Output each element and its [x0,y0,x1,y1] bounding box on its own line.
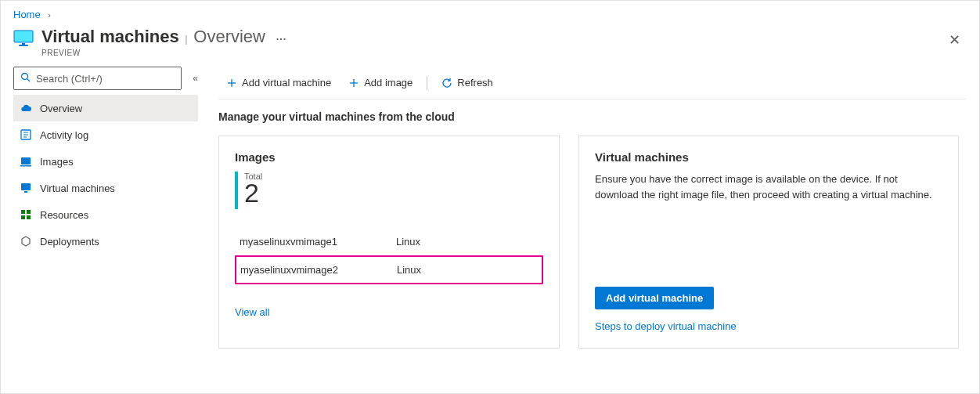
log-icon [20,128,32,141]
sidebar-item-resources[interactable]: Resources [13,201,198,228]
toolbar-separator [427,76,427,90]
images-card-heading: Images [235,150,543,164]
images-card: Images Total 2 myaselinuxvmimage1 Linux … [218,136,560,349]
svg-rect-15 [21,215,25,219]
resources-icon [20,208,32,221]
svg-rect-9 [21,157,31,164]
svg-rect-12 [24,191,27,193]
sidebar-item-label: Overview [40,103,82,114]
steps-to-deploy-link[interactable]: Steps to deploy virtual machine [595,320,942,332]
svg-rect-11 [21,183,31,190]
search-box[interactable] [13,67,182,90]
vm-icon [20,182,32,194]
svg-rect-1 [22,43,25,45]
svg-rect-2 [19,45,28,46]
breadcrumb-home[interactable]: Home [13,9,41,20]
image-row[interactable]: myaselinuxvmimage2 Linux [235,255,543,284]
sidebar-item-images[interactable]: Images [13,148,198,175]
sidebar-item-label: Virtual machines [40,183,115,194]
plus-icon [226,78,237,89]
vm-card-description: Ensure you have the correct image is ava… [595,172,942,202]
image-name: myaselinuxvmimage2 [240,264,397,276]
sidebar-item-label: Images [40,156,74,168]
search-icon [20,72,31,85]
image-name: myaselinuxvmimage1 [240,236,396,248]
image-row[interactable]: myaselinuxvmimage1 Linux [235,228,543,256]
toolbar-label: Add image [364,77,413,89]
sidebar-item-virtual-machines[interactable]: Virtual machines [13,175,198,201]
search-input[interactable] [36,73,175,85]
view-all-link[interactable]: View all [235,306,270,318]
refresh-button[interactable]: Refresh [434,72,501,93]
virtual-machine-icon [13,30,34,47]
cloud-icon [20,102,32,114]
toolbar-label: Refresh [457,77,493,89]
svg-point-3 [22,73,28,79]
sidebar-item-deployments[interactable]: Deployments [13,228,198,255]
deployments-icon [20,235,32,248]
total-accent-bar [235,172,238,209]
sidebar-item-label: Deployments [40,236,99,248]
svg-rect-10 [20,165,31,167]
virtual-machines-card: Virtual machines Ensure you have the cor… [578,136,959,349]
page-title: Virtual machines [41,27,179,46]
add-virtual-machine-primary-button[interactable]: Add virtual machine [595,287,714,309]
svg-line-4 [27,78,31,81]
close-button[interactable]: ✕ [942,28,967,52]
sidebar-item-label: Resources [40,209,88,221]
collapse-sidebar-button[interactable]: « [182,70,198,87]
svg-rect-16 [27,215,31,219]
plus-icon [348,78,359,89]
image-os: Linux [397,264,538,276]
more-button[interactable]: ··· [276,33,287,45]
page-section: Overview [193,27,265,46]
add-image-button[interactable]: Add image [340,72,420,93]
svg-rect-14 [27,210,31,214]
sidebar-item-activity-log[interactable]: Activity log [13,121,198,148]
sidebar-item-overview[interactable]: Overview [13,95,198,121]
page-subtitle: Manage your virtual machines from the cl… [218,99,967,136]
svg-rect-0 [14,31,33,42]
breadcrumb-separator: › [48,10,51,20]
sidebar-item-label: Activity log [40,129,88,141]
vm-card-heading: Virtual machines [595,150,942,164]
images-icon [20,155,32,168]
svg-rect-13 [21,210,25,214]
image-os: Linux [396,236,539,248]
total-count: 2 [244,179,262,206]
preview-badge: PREVIEW [41,49,942,57]
refresh-icon [441,78,452,89]
add-virtual-machine-button[interactable]: Add virtual machine [218,72,339,93]
toolbar-label: Add virtual machine [242,77,331,89]
